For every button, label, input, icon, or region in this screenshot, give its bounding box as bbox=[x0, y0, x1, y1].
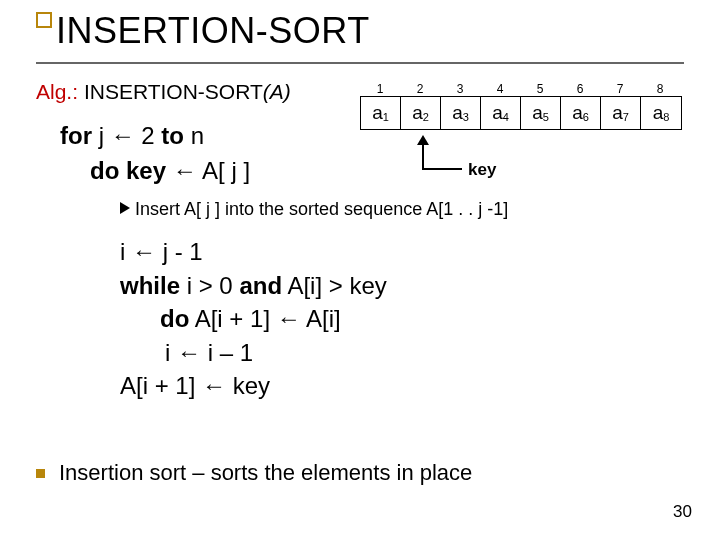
array-cell: a4 bbox=[481, 97, 521, 129]
title-underline bbox=[36, 62, 684, 64]
code-line-i-dec: i ← i – 1 bbox=[60, 336, 387, 370]
code-line-do-shift: do A[i + 1] ← A[i] bbox=[60, 302, 387, 336]
comment-text: Insert A[ j ] into the sorted sequence A… bbox=[135, 199, 508, 219]
array-cell: a5 bbox=[521, 97, 561, 129]
code-frag: j ← 2 bbox=[92, 122, 161, 149]
array-cell: a6 bbox=[561, 97, 601, 129]
code-frag: A[i] > key bbox=[282, 272, 387, 299]
title-accent-square bbox=[36, 12, 52, 28]
alg-name: INSERTION-SORT bbox=[84, 80, 263, 103]
code-line-assign-key: A[i + 1] ← key bbox=[60, 369, 387, 403]
kw-to: to bbox=[161, 122, 184, 149]
page-number: 30 bbox=[673, 502, 692, 522]
array-index: 3 bbox=[440, 82, 480, 96]
kw-for: for bbox=[60, 122, 92, 149]
arrow-horizontal bbox=[422, 168, 462, 170]
array-index-row: 1 2 3 4 5 6 7 8 bbox=[360, 82, 682, 96]
array-cell: a7 bbox=[601, 97, 641, 129]
array-cell: a3 bbox=[441, 97, 481, 129]
bullet-icon bbox=[36, 469, 45, 478]
algorithm-signature: Alg.: INSERTION-SORT(A) bbox=[36, 80, 291, 104]
array-cell: a8 bbox=[641, 97, 681, 129]
footer-note: Insertion sort – sorts the elements in p… bbox=[36, 460, 472, 486]
array-index: 4 bbox=[480, 82, 520, 96]
code-line-i-init: i ← j - 1 bbox=[60, 235, 387, 269]
array-index: 8 bbox=[640, 82, 680, 96]
slide: INSERTION-SORT Alg.: INSERTION-SORT(A) f… bbox=[0, 0, 720, 540]
array-cells-row: a1 a2 a3 a4 a5 a6 a7 a8 bbox=[360, 96, 682, 130]
code-line-for: for j ← 2 to n bbox=[60, 120, 204, 152]
kw-do-key: do key bbox=[90, 157, 166, 184]
alg-prefix: Alg.: bbox=[36, 80, 78, 103]
code-frag: n bbox=[184, 122, 204, 149]
pseudocode-comment: Insert A[ j ] into the sorted sequence A… bbox=[120, 199, 508, 220]
code-line-do-key: do key ← A[ j ] bbox=[90, 155, 250, 187]
array-index: 7 bbox=[600, 82, 640, 96]
array-cell: a1 bbox=[361, 97, 401, 129]
slide-title: INSERTION-SORT bbox=[56, 10, 370, 52]
array-cell: a2 bbox=[401, 97, 441, 129]
code-frag: A[i + 1] ← A[i] bbox=[189, 305, 340, 332]
key-label: key bbox=[468, 160, 496, 180]
code-block-inner: i ← j - 1 while i > 0 and A[i] > key do … bbox=[60, 235, 387, 403]
array-index: 2 bbox=[400, 82, 440, 96]
code-frag: i > 0 bbox=[180, 272, 239, 299]
kw-while: while bbox=[120, 272, 180, 299]
array-index: 6 bbox=[560, 82, 600, 96]
footer-text: Insertion sort – sorts the elements in p… bbox=[59, 460, 472, 485]
kw-do: do bbox=[160, 305, 189, 332]
array-diagram: 1 2 3 4 5 6 7 8 a1 a2 a3 a4 a5 a6 a7 a8 bbox=[360, 82, 682, 130]
arrow-vertical bbox=[422, 145, 424, 170]
alg-arg: (A) bbox=[263, 80, 291, 103]
array-index: 1 bbox=[360, 82, 400, 96]
kw-and: and bbox=[239, 272, 282, 299]
code-line-while: while i > 0 and A[i] > key bbox=[60, 269, 387, 303]
code-frag: ← A[ j ] bbox=[166, 157, 250, 184]
arrow-head-icon bbox=[417, 135, 429, 145]
triangle-icon bbox=[120, 202, 130, 214]
array-index: 5 bbox=[520, 82, 560, 96]
